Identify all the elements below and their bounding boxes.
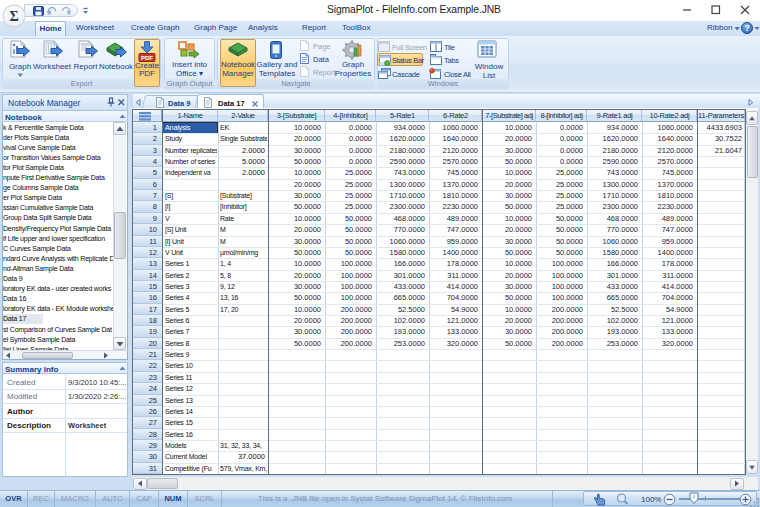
svg-text:Σ: Σ [9, 9, 18, 24]
svg-text:?: ? [744, 23, 749, 33]
